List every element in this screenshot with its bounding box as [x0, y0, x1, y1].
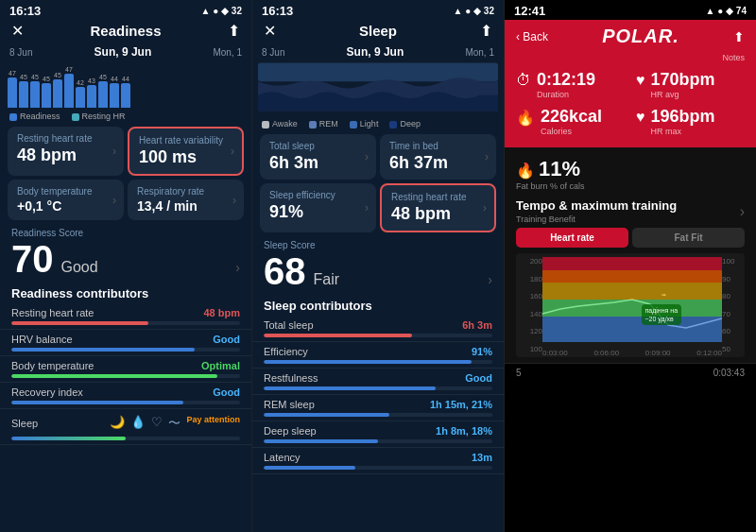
polar-stat-calories: 🔥 226kcal Calories — [516, 107, 625, 136]
date-nav-2: 8 Jun Sun, 9 Jun Mon, 1 — [252, 43, 504, 60]
stat-temp-label: Body temperature — [17, 186, 114, 197]
status-icons-1: ▲ ● ◆ 32 — [201, 6, 242, 16]
sleep-wave-chart — [258, 62, 498, 112]
contributor-rem[interactable]: REM sleep 1h 15m, 21% — [252, 395, 504, 421]
tab-row: Heart rate Fat Fit — [516, 228, 745, 248]
bottom-right-value: 0:03:43 — [713, 368, 745, 378]
share-icon-1[interactable]: ⬆ — [228, 22, 240, 40]
score-qualifier-2: Fair — [314, 271, 340, 288]
contributor-latency[interactable]: Latency 13m — [252, 448, 504, 474]
chevron-right-score-2[interactable]: › — [488, 272, 492, 287]
score-label-2: Sleep Score — [264, 240, 492, 250]
bar-11: 44 — [121, 76, 130, 108]
contributor-recovery[interactable]: Recovery index Good — [0, 383, 251, 409]
bar-10: 44 — [110, 76, 119, 108]
contributor-hrv[interactable]: HRV balance Good — [0, 330, 251, 356]
polar-panel: 12:41 ▲ ● ◆ 74 ‹ Back POLAR. ⬆ Notes ⏱ 0… — [505, 0, 756, 532]
chart-x-labels: 0:03:00 0:06:00 0:09:00 0:12:00 — [542, 349, 722, 357]
stats-grid-2: Total sleep 6h 3m › Time in bed 6h 37m ›… — [252, 130, 504, 236]
bar-2: 45 — [19, 74, 28, 108]
score-number-2: 68 — [264, 250, 306, 293]
training-benefit-title: Tempo & maximum training — [516, 198, 677, 213]
stat-card-efficiency[interactable]: Sleep efficiency 91% › — [260, 183, 376, 232]
chevron-right-s1: › — [365, 150, 369, 163]
date-nav-1: 8 Jun Sun, 9 Jun Mon, 1 — [0, 43, 251, 60]
bar-4: 45 — [42, 76, 51, 108]
contributor-restfulness[interactable]: Restfulness Good — [252, 369, 504, 395]
stat-card-hrv[interactable]: Heart rate variability 100 ms › — [128, 127, 244, 176]
contributor-efficiency[interactable]: Efficiency 91% — [252, 342, 504, 369]
stat-card-timeinbed[interactable]: Time in bed 6h 37m › — [380, 134, 496, 180]
hr-max-label: HR max — [651, 127, 715, 136]
stat-card-rhr[interactable]: Resting heart rate 48 bpm › — [8, 127, 124, 176]
phone-status-bar-2: 16:13 ▲ ● ◆ 32 — [252, 0, 504, 20]
nav-bar-2: ✕ Sleep ⬆ — [252, 20, 504, 43]
stat-timeinbed-value: 6h 37m — [389, 153, 487, 173]
chevron-right-icon-2: › — [231, 145, 234, 158]
sleep-panel: 16:13 ▲ ● ◆ 32 ✕ Sleep ⬆ 8 Jun Sun, 9 Ju… — [252, 0, 505, 532]
close-icon-2[interactable]: ✕ — [264, 22, 276, 40]
flame-icon: 🔥 — [516, 109, 535, 127]
score-qualifier-1: Good — [61, 259, 98, 276]
stat-rhr-label: Resting heart rate — [17, 133, 114, 144]
bar-1: 47 — [8, 70, 17, 108]
fat-burn-value: 11% — [539, 157, 580, 181]
time-1: 16:13 — [9, 4, 41, 18]
date-prev-1: 8 Jun — [9, 47, 32, 58]
chevron-right-s3: › — [365, 201, 369, 215]
polar-body: 🔥 11% Fat burn % of cals Tempo & maximum… — [505, 147, 756, 363]
fat-burn-row: 🔥 11% Fat burn % of cals — [516, 153, 745, 195]
stat-temp-value: +0,1 °C — [17, 198, 114, 214]
date-prev-2: 8 Jun — [262, 47, 284, 58]
contributor-rhr[interactable]: Resting heart rate 48 bpm — [0, 303, 251, 330]
back-button[interactable]: ‹ Back — [516, 30, 548, 43]
chevron-right-s2: › — [485, 150, 489, 163]
bar-7: 42 — [76, 79, 85, 108]
heart-icon: ♡ — [151, 415, 163, 432]
moon-icon: 🌙 — [110, 415, 125, 432]
tab-fat-fit[interactable]: Fat Fit — [632, 228, 745, 248]
readiness-score-section: Readiness Score 70 Good › — [0, 224, 251, 283]
chevron-right-s4: › — [483, 201, 487, 215]
contributor-bodytemp[interactable]: Body temperature Optimal — [0, 356, 251, 383]
contributor-deep[interactable]: Deep sleep 1h 8m, 18% — [252, 421, 504, 448]
score-label-1: Readiness Score — [11, 228, 240, 238]
contributor-sleep[interactable]: Sleep 🌙 💧 ♡ 〜 Pay attention — [0, 409, 251, 445]
chart-legend-2: Awake REM Light Deep — [252, 117, 504, 130]
stat-card-resp[interactable]: Respiratory rate 13,4 / min › — [128, 180, 244, 220]
stat-card-temp[interactable]: Body temperature +0,1 °C › — [8, 180, 124, 220]
status-icons-2: ▲ ● ◆ 32 — [454, 6, 494, 16]
bottom-left-value: 5 — [516, 368, 522, 378]
date-next-2: Mon, 1 — [465, 47, 494, 58]
date-next-1: Mon, 1 — [213, 47, 242, 58]
date-current-1[interactable]: Sun, 9 Jun — [94, 45, 152, 59]
share-icon-3[interactable]: ⬆ — [733, 29, 745, 44]
date-current-2[interactable]: Sun, 9 Jun — [347, 45, 404, 59]
chevron-right-training[interactable]: › — [740, 203, 745, 220]
bar-5: 45 — [53, 72, 62, 108]
chart-annotation: падіння на ~20 уд/хв — [642, 304, 682, 325]
nav-bar-1: ✕ Readiness ⬆ — [0, 20, 251, 43]
readiness-chart: 47 45 45 45 45 47 42 43 45 44 44 — [0, 60, 251, 110]
stat-card-sleep-rhr[interactable]: Resting heart rate 48 bpm › — [380, 183, 496, 232]
stat-sleep-rhr-label: Resting heart rate — [391, 192, 485, 202]
chart-legend-1: Readiness Resting HR — [0, 110, 251, 123]
training-subtitle: Training Benefit — [516, 215, 677, 224]
stat-sleep-rhr-value: 48 bpm — [391, 204, 485, 224]
stat-card-totalsleep[interactable]: Total sleep 6h 3m › — [260, 134, 376, 180]
share-icon-2[interactable]: ⬆ — [480, 22, 492, 40]
bar-8: 43 — [87, 77, 96, 108]
bar-3: 45 — [30, 74, 40, 108]
tab-heart-rate[interactable]: Heart rate — [516, 228, 628, 248]
panel2-title: Sleep — [359, 23, 397, 39]
contributor-totalsleep[interactable]: Total sleep 6h 3m — [252, 316, 504, 342]
score-number-1: 70 — [11, 238, 54, 281]
fat-burn-label: Fat burn % of cals — [516, 181, 585, 191]
chevron-right-icon-4: › — [232, 194, 236, 207]
stat-hrv-value: 100 ms — [139, 147, 232, 167]
chevron-right-score-1[interactable]: › — [235, 260, 240, 275]
heart-icon-hr: ♥ — [636, 72, 645, 89]
hr-max-value: 196bpm — [651, 107, 715, 127]
close-icon-1[interactable]: ✕ — [11, 22, 24, 40]
polar-stat-hr-avg: ♥ 170bpm HR avg — [636, 70, 745, 99]
